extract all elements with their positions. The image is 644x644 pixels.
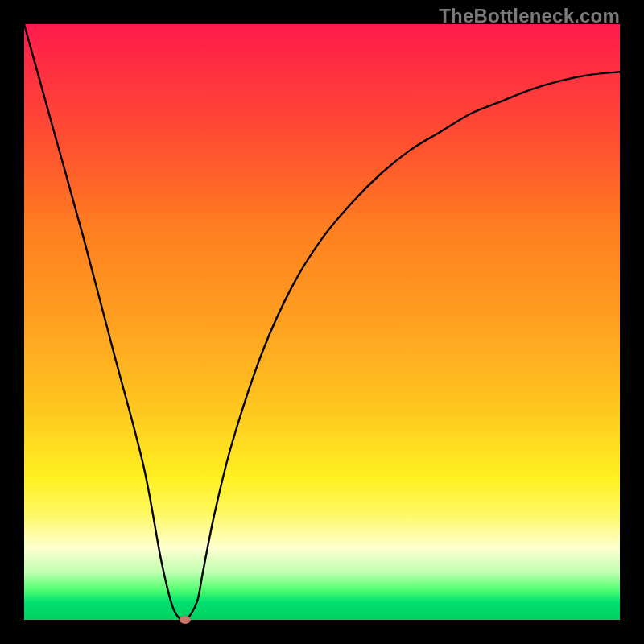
bottleneck-curve: [24, 24, 620, 620]
minimum-point-marker: [180, 616, 191, 624]
chart-frame: TheBottleneck.com: [0, 0, 644, 644]
plot-area: [24, 24, 620, 620]
